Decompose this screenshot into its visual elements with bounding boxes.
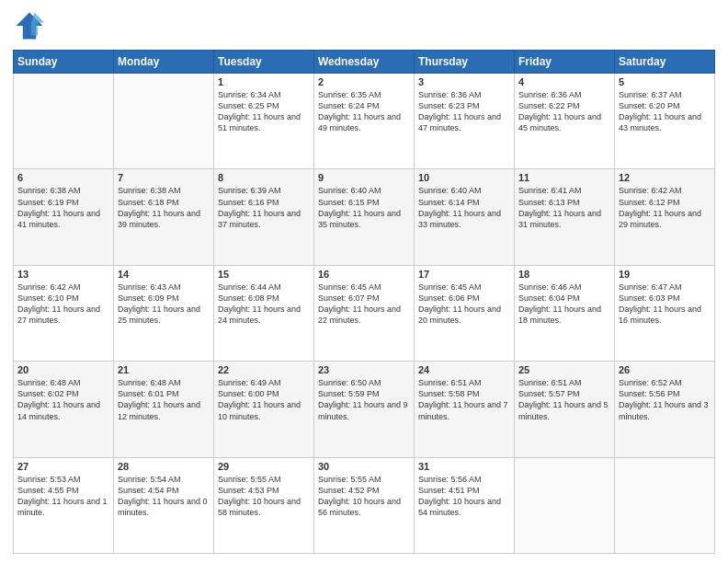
calendar-header-tuesday: Tuesday [214,51,314,74]
day-info: Sunrise: 6:36 AM Sunset: 6:22 PM Dayligh… [518,89,610,134]
calendar-cell: 31Sunrise: 5:56 AM Sunset: 4:51 PM Dayli… [415,457,515,553]
calendar-cell: 7Sunrise: 6:38 AM Sunset: 6:18 PM Daylig… [114,169,214,265]
day-number: 29 [218,461,310,472]
calendar-header-sunday: Sunday [14,51,114,74]
calendar-header-thursday: Thursday [415,51,515,74]
day-number: 12 [619,172,711,183]
calendar-cell [615,457,715,553]
day-number: 21 [118,364,210,375]
day-info: Sunrise: 6:44 AM Sunset: 6:08 PM Dayligh… [218,282,310,327]
day-number: 7 [118,172,210,183]
svg-marker-1 [31,13,44,36]
day-info: Sunrise: 6:50 AM Sunset: 5:59 PM Dayligh… [318,377,410,422]
calendar-cell: 27Sunrise: 5:53 AM Sunset: 4:55 PM Dayli… [14,457,114,553]
day-number: 4 [518,76,610,87]
calendar-cell: 16Sunrise: 6:45 AM Sunset: 6:07 PM Dayli… [314,265,415,361]
day-info: Sunrise: 6:42 AM Sunset: 6:12 PM Dayligh… [619,185,711,230]
calendar-cell: 19Sunrise: 6:47 AM Sunset: 6:03 PM Dayli… [615,265,715,361]
day-number: 10 [418,172,510,183]
calendar-cell: 2Sunrise: 6:35 AM Sunset: 6:24 PM Daylig… [314,74,415,169]
calendar-header-monday: Monday [114,51,214,74]
day-info: Sunrise: 5:54 AM Sunset: 4:54 PM Dayligh… [118,474,210,519]
day-info: Sunrise: 6:51 AM Sunset: 5:58 PM Dayligh… [418,377,510,422]
calendar-cell: 1Sunrise: 6:34 AM Sunset: 6:25 PM Daylig… [214,74,314,169]
calendar-cell: 4Sunrise: 6:36 AM Sunset: 6:22 PM Daylig… [515,74,615,169]
calendar-week-row: 6Sunrise: 6:38 AM Sunset: 6:19 PM Daylig… [14,169,715,265]
day-number: 23 [318,364,410,375]
calendar-header-wednesday: Wednesday [314,51,415,74]
calendar-table: SundayMondayTuesdayWednesdayThursdayFrid… [13,50,715,554]
day-number: 20 [17,364,109,375]
day-number: 27 [17,461,109,472]
day-info: Sunrise: 6:39 AM Sunset: 6:16 PM Dayligh… [218,185,310,230]
calendar-week-row: 20Sunrise: 6:48 AM Sunset: 6:02 PM Dayli… [14,362,715,457]
calendar-cell: 9Sunrise: 6:40 AM Sunset: 6:15 PM Daylig… [314,169,415,265]
day-number: 1 [218,76,310,87]
day-info: Sunrise: 6:34 AM Sunset: 6:25 PM Dayligh… [218,89,310,134]
calendar-cell: 6Sunrise: 6:38 AM Sunset: 6:19 PM Daylig… [14,169,114,265]
day-info: Sunrise: 6:46 AM Sunset: 6:04 PM Dayligh… [518,282,610,327]
calendar-cell: 17Sunrise: 6:45 AM Sunset: 6:06 PM Dayli… [415,265,515,361]
day-number: 11 [518,172,610,183]
calendar-cell: 22Sunrise: 6:49 AM Sunset: 6:00 PM Dayli… [214,362,314,457]
day-info: Sunrise: 6:47 AM Sunset: 6:03 PM Dayligh… [619,282,711,327]
calendar-cell: 5Sunrise: 6:37 AM Sunset: 6:20 PM Daylig… [615,74,715,169]
day-number: 28 [118,461,210,472]
day-info: Sunrise: 6:43 AM Sunset: 6:09 PM Dayligh… [118,282,210,327]
logo-icon [13,9,46,42]
day-info: Sunrise: 6:41 AM Sunset: 6:13 PM Dayligh… [518,185,610,230]
logo [13,9,50,42]
day-number: 8 [218,172,310,183]
calendar-cell: 24Sunrise: 6:51 AM Sunset: 5:58 PM Dayli… [415,362,515,457]
day-number: 24 [418,364,510,375]
calendar-cell: 20Sunrise: 6:48 AM Sunset: 6:02 PM Dayli… [14,362,114,457]
calendar-cell: 29Sunrise: 5:55 AM Sunset: 4:53 PM Dayli… [214,457,314,553]
day-number: 14 [118,269,210,280]
day-info: Sunrise: 6:42 AM Sunset: 6:10 PM Dayligh… [17,282,109,327]
day-info: Sunrise: 6:38 AM Sunset: 6:18 PM Dayligh… [118,185,210,230]
day-number: 16 [318,269,410,280]
calendar-cell: 15Sunrise: 6:44 AM Sunset: 6:08 PM Dayli… [214,265,314,361]
day-info: Sunrise: 6:38 AM Sunset: 6:19 PM Dayligh… [17,185,109,230]
day-number: 19 [619,269,711,280]
calendar-cell: 23Sunrise: 6:50 AM Sunset: 5:59 PM Dayli… [314,362,415,457]
day-number: 2 [318,76,410,87]
day-info: Sunrise: 6:48 AM Sunset: 6:01 PM Dayligh… [118,377,210,422]
day-info: Sunrise: 5:55 AM Sunset: 4:53 PM Dayligh… [218,474,310,519]
calendar-cell: 25Sunrise: 6:51 AM Sunset: 5:57 PM Dayli… [515,362,615,457]
day-number: 26 [619,364,711,375]
day-info: Sunrise: 5:53 AM Sunset: 4:55 PM Dayligh… [17,474,109,519]
day-info: Sunrise: 5:56 AM Sunset: 4:51 PM Dayligh… [418,474,510,519]
calendar-cell [14,74,114,169]
calendar-cell: 28Sunrise: 5:54 AM Sunset: 4:54 PM Dayli… [114,457,214,553]
calendar-week-row: 1Sunrise: 6:34 AM Sunset: 6:25 PM Daylig… [14,74,715,169]
calendar-header-friday: Friday [515,51,615,74]
day-info: Sunrise: 6:35 AM Sunset: 6:24 PM Dayligh… [318,89,410,134]
day-info: Sunrise: 6:45 AM Sunset: 6:06 PM Dayligh… [418,282,510,327]
calendar-header-row: SundayMondayTuesdayWednesdayThursdayFrid… [14,51,715,74]
calendar-cell: 21Sunrise: 6:48 AM Sunset: 6:01 PM Dayli… [114,362,214,457]
calendar-cell: 26Sunrise: 6:52 AM Sunset: 5:56 PM Dayli… [615,362,715,457]
day-info: Sunrise: 5:55 AM Sunset: 4:52 PM Dayligh… [318,474,410,519]
calendar-cell: 3Sunrise: 6:36 AM Sunset: 6:23 PM Daylig… [415,74,515,169]
day-info: Sunrise: 6:36 AM Sunset: 6:23 PM Dayligh… [418,89,510,134]
day-info: Sunrise: 6:49 AM Sunset: 6:00 PM Dayligh… [218,377,310,422]
calendar-cell [114,74,214,169]
day-number: 3 [418,76,510,87]
header [13,9,715,42]
day-number: 5 [619,76,711,87]
day-number: 30 [318,461,410,472]
calendar-cell [515,457,615,553]
calendar-cell: 18Sunrise: 6:46 AM Sunset: 6:04 PM Dayli… [515,265,615,361]
svg-marker-0 [17,13,43,40]
calendar-cell: 13Sunrise: 6:42 AM Sunset: 6:10 PM Dayli… [14,265,114,361]
calendar-week-row: 27Sunrise: 5:53 AM Sunset: 4:55 PM Dayli… [14,457,715,553]
day-info: Sunrise: 6:40 AM Sunset: 6:15 PM Dayligh… [318,185,410,230]
day-info: Sunrise: 6:37 AM Sunset: 6:20 PM Dayligh… [619,89,711,134]
day-info: Sunrise: 6:48 AM Sunset: 6:02 PM Dayligh… [17,377,109,422]
day-info: Sunrise: 6:52 AM Sunset: 5:56 PM Dayligh… [619,377,711,422]
calendar-header-saturday: Saturday [615,51,715,74]
calendar-cell: 12Sunrise: 6:42 AM Sunset: 6:12 PM Dayli… [615,169,715,265]
day-number: 31 [418,461,510,472]
calendar-cell: 14Sunrise: 6:43 AM Sunset: 6:09 PM Dayli… [114,265,214,361]
